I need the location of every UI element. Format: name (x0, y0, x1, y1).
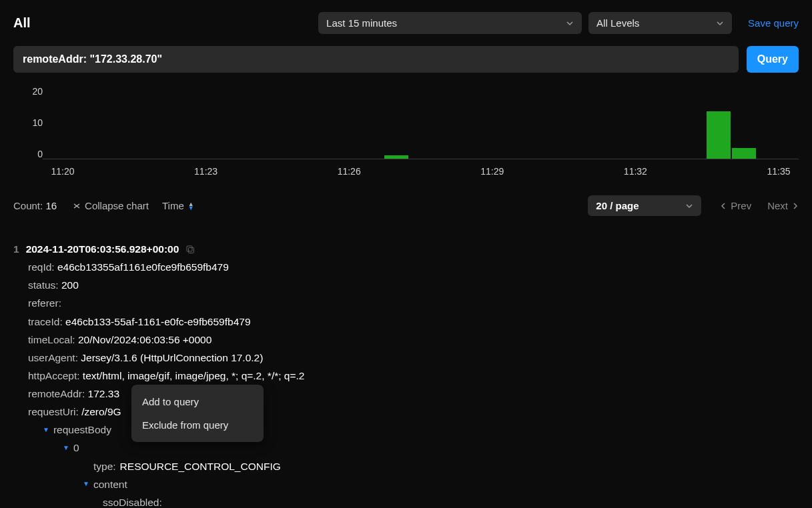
field-value[interactable]: /zero/9G (81, 406, 121, 417)
x-tick: 11:26 (329, 166, 369, 177)
page-title: All (13, 15, 31, 31)
svg-rect-1 (189, 247, 194, 253)
chart-bar[interactable] (732, 148, 756, 159)
field-key[interactable]: userAgent: (28, 352, 78, 363)
collapse-chart-button[interactable]: Collapse chart (73, 200, 149, 211)
field-key[interactable]: content (93, 475, 127, 493)
count-value: 16 (45, 200, 57, 211)
context-menu: Add to query Exclude from query (131, 385, 264, 442)
expand-icon[interactable]: ▼ (43, 424, 49, 436)
field-value[interactable]: RESOURCE_CONTROL_CONFIG (120, 457, 281, 475)
expand-icon[interactable]: ▼ (83, 478, 89, 490)
log-entry: 1 2024-11-20T06:03:56.928+00:00 reqId: e… (0, 221, 812, 508)
field-key[interactable]: ssoDisabled: (103, 497, 162, 508)
field-value[interactable]: 200 (61, 279, 79, 291)
field-value[interactable]: text/html, image/gif, image/jpeg, *; q=.… (83, 370, 305, 381)
chart-bar[interactable] (384, 155, 408, 159)
field-key[interactable]: requestBody (53, 421, 111, 439)
next-label: Next (767, 200, 788, 211)
prev-label: Prev (731, 200, 751, 211)
expand-icon[interactable]: ▼ (63, 442, 69, 454)
chevron-down-icon (716, 19, 724, 27)
prev-button[interactable]: Prev (720, 200, 751, 211)
field-value[interactable]: e46cb13355af1161e0fce9fb659fb479 (57, 261, 229, 273)
chevron-down-icon (685, 202, 693, 210)
field-value[interactable]: e46cb133-55af-1161-e0fc-e9fb659fb479 (65, 316, 251, 327)
x-tick: 11:32 (615, 166, 655, 177)
plot-area[interactable] (43, 86, 799, 159)
field-key[interactable]: traceId: (28, 316, 63, 327)
x-tick: 11:20 (43, 166, 83, 177)
field-key[interactable]: httpAccept: (28, 370, 80, 381)
field-key[interactable]: remoteAddr: (28, 388, 85, 399)
context-menu-add[interactable]: Add to query (131, 390, 264, 413)
level-label: All Levels (596, 17, 639, 29)
y-tick: 0 (37, 149, 43, 159)
time-range-label: Last 15 minutes (326, 17, 397, 29)
time-sort-label: Time (162, 200, 184, 211)
chart-bar[interactable] (707, 111, 731, 159)
field-key[interactable]: reqId: (28, 261, 55, 273)
count-label: Count: (13, 200, 43, 211)
next-button[interactable]: Next (767, 200, 799, 211)
field-key[interactable]: type: (93, 457, 116, 475)
copy-icon[interactable] (185, 245, 195, 254)
y-tick: 10 (32, 117, 43, 128)
save-query-link[interactable]: Save query (748, 17, 799, 29)
level-dropdown[interactable]: All Levels (588, 12, 732, 34)
collapse-chart-label: Collapse chart (85, 200, 149, 211)
x-tick: 11:29 (472, 166, 512, 177)
field-key[interactable]: 0 (73, 439, 79, 457)
field-value[interactable]: 172.33 (88, 388, 119, 399)
field-value[interactable]: Jersey/3.1.6 (HttpUrlConnection 17.0.2) (81, 352, 263, 363)
field-value[interactable]: 20/Nov/2024:06:03:56 +0000 (78, 334, 212, 345)
y-axis: 20 10 0 (13, 86, 43, 159)
field-key[interactable]: requestUri: (28, 406, 79, 417)
field-key[interactable]: timeLocal: (28, 334, 75, 345)
x-tick: 11:35 (759, 166, 799, 177)
log-timestamp[interactable]: 2024-11-20T06:03:56.928+00:00 (26, 240, 179, 258)
timeline-chart: 20 10 0 11:20 11:23 11:26 11:29 11:32 11… (13, 86, 799, 186)
y-tick: 20 (32, 86, 43, 97)
x-axis: 11:20 11:23 11:26 11:29 11:32 11:35 (43, 166, 799, 177)
field-key[interactable]: status: (28, 279, 59, 291)
svg-rect-0 (187, 246, 192, 251)
field-key[interactable]: referer: (28, 297, 61, 309)
query-button[interactable]: Query (747, 46, 799, 73)
time-sort-button[interactable]: Time ▲▼ (162, 200, 194, 211)
chevron-left-icon (720, 203, 727, 209)
search-input[interactable] (13, 46, 739, 73)
context-menu-exclude[interactable]: Exclude from query (131, 413, 264, 437)
x-tick: 11:23 (186, 166, 226, 177)
page-size-dropdown[interactable]: 20 / page (588, 195, 701, 216)
sort-icon: ▲▼ (188, 202, 194, 210)
chevron-right-icon (792, 203, 799, 209)
chevron-down-icon (566, 19, 574, 27)
page-size-label: 20 / page (596, 200, 639, 211)
time-range-dropdown[interactable]: Last 15 minutes (318, 12, 582, 34)
collapse-icon (73, 202, 81, 210)
log-index: 1 (13, 240, 19, 258)
